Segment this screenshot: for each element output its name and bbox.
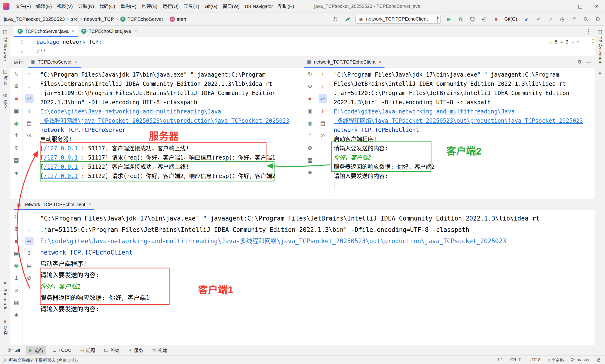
- pin-icon[interactable]: ◈: [306, 168, 314, 177]
- tool-stripe-item[interactable]: ◫DB Assistant: [597, 29, 602, 63]
- close-icon[interactable]: ✕: [75, 60, 78, 64]
- tool-window-button-问题[interactable]: ◎问题: [77, 346, 98, 354]
- export-icon[interactable]: ↥: [12, 131, 21, 140]
- coverage-icon[interactable]: ◉: [12, 261, 21, 270]
- git-commit-icon[interactable]: ✔: [535, 16, 542, 23]
- console-link[interactable]: /127.0.0.1: [43, 145, 78, 152]
- layout-icon[interactable]: ▦: [12, 156, 21, 164]
- close-icon[interactable]: ✕: [72, 29, 75, 33]
- console-link[interactable]: /127.0.0.1: [43, 164, 78, 170]
- clear-all-icon[interactable]: ⊘: [25, 131, 34, 140]
- editor-tab[interactable]: CTCPEchoClient.java✕: [78, 26, 140, 37]
- print-icon[interactable]: ▤: [319, 119, 327, 127]
- scroll-end-icon[interactable]: ↧: [25, 249, 34, 258]
- console-link[interactable]: -多线程和网络\java_TCPsocket_20250523\out\prod…: [334, 117, 583, 124]
- stop-icon[interactable]: ■: [12, 94, 21, 103]
- pin-icon[interactable]: ◈: [12, 311, 21, 319]
- tab-client2-console[interactable]: ▣ network_TCP.TCPEchoClient ✕: [304, 56, 385, 68]
- soft-wrap-icon[interactable]: ↩: [319, 94, 327, 103]
- menu-item[interactable]: DB Navigator: [242, 0, 276, 13]
- layout-icon[interactable]: ▦: [12, 298, 21, 307]
- clear-icon[interactable]: ⊘: [306, 143, 314, 152]
- coverage-icon[interactable]: ◉: [12, 119, 21, 127]
- settings-gear-icon[interactable]: ⚙: [577, 59, 582, 65]
- clear-icon[interactable]: ⊘: [12, 143, 21, 152]
- tool-window-button-todo[interactable]: ☰TODO: [50, 347, 74, 354]
- export-icon[interactable]: ↥: [12, 274, 21, 282]
- settings-icon[interactable]: ⚙: [12, 224, 21, 233]
- stop-icon[interactable]: ■: [306, 94, 314, 103]
- scroll-end-icon[interactable]: ↧: [25, 107, 34, 115]
- breadcrumb-item[interactable]: network_TCP: [84, 16, 114, 22]
- menu-item[interactable]: 视图(V): [54, 0, 75, 13]
- run-button[interactable]: ▶: [445, 16, 452, 23]
- clear-icon[interactable]: ⊘: [12, 286, 21, 295]
- rerun-icon[interactable]: ↻: [12, 212, 21, 221]
- menu-item[interactable]: 帮助(H): [276, 0, 297, 13]
- up-icon[interactable]: ↑: [25, 70, 34, 78]
- breadcrumb-item[interactable]: CTCPEchoServer: [120, 16, 163, 22]
- run-configuration-select[interactable]: ▣ network_TCP.TCPEchoClient ▾: [355, 15, 440, 24]
- coverage-icon[interactable]: ◉: [306, 119, 314, 127]
- menu-item[interactable]: 运行(U): [160, 0, 181, 13]
- close-button[interactable]: ✕: [589, 0, 605, 13]
- menu-item[interactable]: 编辑(E): [34, 0, 55, 13]
- tool-stripe-item[interactable]: ◍提交: [2, 92, 8, 109]
- tool-window-button-构建[interactable]: ⚒构建: [149, 346, 170, 354]
- editor-tab[interactable]: CTCPEchoServer.java✕: [14, 26, 78, 37]
- profiler-button[interactable]: ◴: [481, 16, 488, 23]
- soft-wrap-icon[interactable]: ↩: [25, 94, 34, 103]
- coverage-button[interactable]: [469, 16, 476, 23]
- tool-stripe-item[interactable]: ≡结构: [2, 319, 8, 335]
- error-stripe[interactable]: [591, 37, 595, 56]
- settings-icon[interactable]: ⚙: [12, 82, 21, 91]
- tool-window-button-服务[interactable]: ✦服务: [126, 346, 146, 354]
- settings-gear-icon[interactable]: ⚙: [594, 16, 601, 23]
- next-problem-icon[interactable]: ˅: [577, 39, 579, 45]
- status-item-master[interactable]: master: [571, 357, 590, 362]
- status-item-4-[interactable]: 4 个空格: [548, 357, 564, 363]
- tool-stripe-item[interactable]: ⚑Bookmarks: [3, 281, 8, 312]
- down-icon[interactable]: ↓: [25, 224, 34, 233]
- git-history-icon[interactable]: ◷: [559, 16, 566, 23]
- clear-all-icon[interactable]: ⊘: [319, 131, 327, 140]
- up-icon[interactable]: ↑: [25, 212, 34, 221]
- console-link[interactable]: /127.0.0.1: [43, 154, 78, 161]
- menu-item[interactable]: 构建(B): [139, 0, 160, 13]
- breadcrumb-item[interactable]: java_TCPsocket_20250523: [4, 16, 65, 22]
- up-icon[interactable]: ↑: [319, 70, 327, 78]
- tool-stripe-item[interactable]: ●: [598, 70, 601, 76]
- menu-item[interactable]: 窗口(W): [220, 0, 242, 13]
- export-icon[interactable]: ↥: [306, 131, 314, 140]
- user-account-icon[interactable]: [332, 16, 339, 23]
- print-icon[interactable]: ▤: [25, 119, 34, 127]
- pin-icon[interactable]: ◈: [12, 168, 21, 177]
- console-link[interactable]: E:\code\gitee\Java-networking-and-multit…: [40, 237, 506, 245]
- client2-console-output[interactable]: "C:\Program Files\Java\jdk-17\bin\java.e…: [329, 68, 595, 199]
- console-link[interactable]: E:\code\gitee\Java-networking-and-multit…: [334, 108, 515, 115]
- thread-dump-icon[interactable]: ▣: [12, 107, 21, 115]
- more-options-icon[interactable]: ⋮: [586, 28, 591, 35]
- status-item-crlf[interactable]: CRLF: [510, 357, 521, 362]
- tool-stripe-item[interactable]: ◰项目: [2, 68, 8, 85]
- thread-dump-icon[interactable]: ▣: [12, 249, 21, 258]
- client1-console-output[interactable]: "C:\Program Files\Java\jdk-17\bin\java.e…: [36, 210, 595, 345]
- tab-server-console[interactable]: ▣ TCPEchoServer ✕: [28, 56, 81, 68]
- status-item-lock[interactable]: [597, 358, 601, 362]
- inspections-widget[interactable]: ⚠ 5 ≈ 2 ˄ ˅: [548, 39, 581, 45]
- soft-wrap-icon[interactable]: ↩: [25, 237, 34, 245]
- clear-all-icon[interactable]: ⊘: [25, 274, 34, 282]
- menu-item[interactable]: 导航(N): [75, 0, 97, 13]
- hide-panel-icon[interactable]: —: [586, 59, 591, 65]
- layout-icon[interactable]: ▦: [306, 156, 314, 164]
- down-icon[interactable]: ↓: [319, 82, 327, 91]
- down-icon[interactable]: ↓: [25, 82, 34, 91]
- stop-icon[interactable]: ■: [12, 237, 21, 245]
- rerun-icon[interactable]: ↻: [306, 70, 314, 78]
- tool-window-button-运行[interactable]: ▶运行: [26, 346, 46, 354]
- git-rollback-icon[interactable]: ↶: [570, 16, 578, 23]
- search-icon[interactable]: [582, 16, 589, 23]
- debug-button[interactable]: [457, 16, 464, 23]
- menu-item[interactable]: 重构(R): [118, 0, 139, 13]
- git-push-icon[interactable]: ↗: [547, 16, 554, 23]
